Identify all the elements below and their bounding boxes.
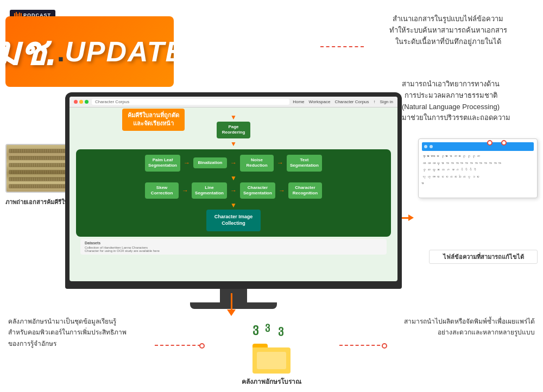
flow-page-reordering: Page Reordering (217, 122, 250, 138)
bottom-section: คลังภาพอักษรนำมาเป็นชุดข้อมูลเรียนรู้ สำ… (0, 316, 543, 387)
flow-main-container: Palm Leaf Segmentation → Binalization → … (76, 149, 391, 237)
nav-home[interactable]: Home (293, 99, 304, 104)
browser-url: Character Corpus (92, 99, 289, 105)
bottom-center: ვ ვ ვ คลังภาพอักษรโบราณ (242, 316, 301, 387)
nav-up[interactable]: ↑ (374, 99, 376, 104)
flow-diagram: ▼ Page Reordering ▼ Palm Leaf Segmentati… (70, 108, 397, 262)
dashed-circle-bottom-right (382, 343, 387, 349)
browser-dots (74, 100, 89, 104)
doc-titlebar-dot1 (424, 145, 427, 148)
doc-title-bar (422, 142, 534, 151)
dataset-area: Datasets Collection of Handwritten Lanna… (80, 239, 387, 255)
annotation-top-right: สำเนาเอกสารในรูปแบบไฟล์ข้อความ ทำให้ระบบ… (364, 14, 532, 47)
logo-thai: มช. (5, 32, 57, 71)
right-arrowhead (408, 214, 414, 221)
nav-workspace[interactable]: Workspace (309, 99, 331, 104)
flow-binarization: Binalization (193, 157, 227, 168)
doc-container: ႁာၼာၵာ​ာၼ​ ႁၼာ​ ာ​ ႀၼ​ ႁ​ ႁ​ ႁ​ ႀ ၻ​ ၻ​ … (418, 138, 538, 198)
bottom-right-text: สามารถนำไปผลิตหรือจัดพิมพ์ซ้ำเพื่อเผยแพร… (383, 316, 535, 338)
monitor-screen: Character Corpus Home Workspace Characte… (70, 97, 397, 281)
flow-palm-leaf: Palm Leaf Segmentation (145, 155, 180, 172)
monitor-stand-top (65, 281, 402, 289)
flow-arrow-1: → (184, 159, 190, 167)
bottom-left-text: คลังภาพอักษรนำมาเป็นชุดข้อมูลเรียนรู้ สำ… (8, 316, 160, 349)
svg-text:ვ: ვ (265, 321, 272, 332)
browser-dot-red (74, 100, 78, 104)
flow-arrow-5: → (230, 187, 237, 194)
dataset-title: Datasets (85, 241, 382, 245)
flow-char-image-collecting: Character Image Collecting (206, 210, 261, 231)
flow-row-2: Skew Correction → Line Segmentation → Ch… (81, 182, 386, 199)
svg-text:ვ: ვ (252, 321, 260, 336)
dashed-line-bottom-right (339, 345, 386, 346)
nav-signin[interactable]: Sign in (380, 99, 393, 104)
browser-dot-green (85, 100, 89, 104)
screen-label: ค้มคีรีใบลานที่ถูกตัด และจัดเรียงหน้า (122, 109, 185, 131)
characters-floating: ვ ვ ვ (250, 316, 293, 341)
monitor-container: Character Corpus Home Workspace Characte… (65, 92, 402, 309)
browser-dot-yellow (79, 100, 83, 104)
folder-label: คลังภาพอักษรโบราณ (242, 376, 301, 387)
flow-arrow-6: → (279, 187, 285, 194)
dataset-text: Collection of Handwritten Lanna Characte… (85, 246, 382, 252)
main-logo: มช. . UPDATE (5, 16, 174, 87)
flow-row-1: Palm Leaf Segmentation → Binalization → … (81, 155, 386, 172)
flow-char-seg: Character Segmentation (240, 182, 275, 199)
logo-update: UPDATE (65, 35, 174, 68)
flow-arrow-2: → (230, 159, 237, 167)
doc-titlebar-dot2 (430, 145, 433, 148)
arrow-down-4: ▼ (81, 202, 386, 208)
nav-corpus[interactable]: Character Corpus (334, 99, 369, 104)
flow-text-seg: Text Segmentation (287, 155, 322, 172)
flow-line-seg: Line Segmentation (192, 182, 227, 199)
browser-nav: Home Workspace Character Corpus ↑ Sign i… (293, 99, 393, 104)
flow-noise-reduction: Noise Reduction (240, 155, 274, 172)
doc-text-lines: ႁာၼာၵာ​ာၼ​ ႁၼာ​ ာ​ ႀၼ​ ႁ​ ႁ​ ႁ​ ႀ ၻ​ ၻ​ … (422, 153, 534, 194)
dashed-line-bottom-left (155, 345, 201, 346)
arrow-down-2: ▼ (76, 141, 391, 147)
floating-chars-svg: ვ ვ ვ (250, 316, 293, 338)
dashed-circle-bottom-left (199, 343, 205, 349)
v-arrow-down (227, 293, 236, 316)
doc-label: ไฟล์ข้อความที่สามารถแก้ไขได้ (429, 250, 538, 264)
dashed-line-top-right (320, 46, 364, 47)
folder-icon (252, 344, 291, 374)
doc-circle-2 (501, 140, 507, 146)
folder-body (252, 347, 291, 374)
browser-bar: Character Corpus Home Workspace Characte… (70, 97, 397, 108)
flow-arrow-3: → (277, 159, 283, 167)
flow-skew: Skew Correction (145, 182, 179, 199)
logo-dot: . (57, 35, 65, 68)
svg-text:ვ: ვ (278, 324, 285, 336)
arrow-down-3: ▼ (81, 175, 386, 181)
v-arrow-line (231, 293, 232, 309)
v-arrow-head (227, 309, 236, 316)
flow-arrow-4: → (182, 187, 188, 194)
monitor: Character Corpus Home Workspace Characte… (65, 92, 402, 281)
doc-circle-1 (487, 140, 493, 146)
flow-char-recog: Character Recognition (288, 182, 322, 199)
